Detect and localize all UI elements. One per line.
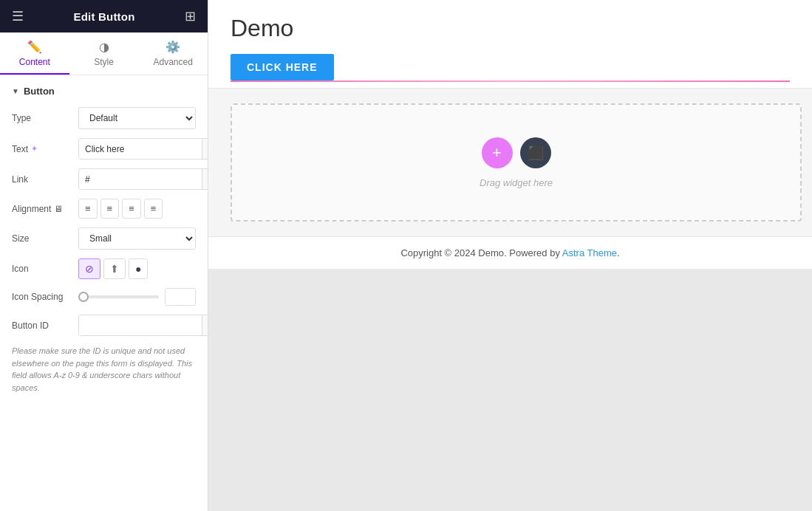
left-panel: ☰ Edit Button ⊞ ✏️ Content ◑ Style ⚙️ Ad… <box>0 0 208 511</box>
link-input[interactable] <box>79 170 202 189</box>
alignment-label: Alignment 🖥 <box>12 204 78 214</box>
align-left-button[interactable]: ≡ <box>78 199 98 219</box>
click-here-button[interactable]: CLICK HERE <box>231 54 334 80</box>
button-id-label: Button ID <box>12 320 78 331</box>
slider-thumb[interactable] <box>78 292 89 302</box>
drag-text: Drag widget here <box>480 177 553 188</box>
align-center-button[interactable]: ≡ <box>100 199 120 219</box>
icon-none-button[interactable]: ⊘ <box>78 258 100 279</box>
slider-value-input[interactable] <box>165 288 196 306</box>
text-control: ≡ <box>78 138 208 160</box>
astra-theme-link[interactable]: Astra Theme <box>562 247 617 258</box>
copyright-bar: Copyright © 2024 Demo. Powered by Astra … <box>208 236 812 269</box>
link-control: ⚙ ≡ <box>78 168 208 190</box>
icon-control: ⊘ ⬆ ● <box>78 258 196 279</box>
copyright-suffix: . <box>617 247 620 258</box>
grid-icon[interactable]: ⊞ <box>185 8 196 24</box>
link-label: Link <box>12 174 78 185</box>
copyright-text: Copyright © 2024 Demo. Powered by <box>400 247 562 258</box>
advanced-tab-label: Advanced <box>153 57 192 67</box>
align-right-button[interactable]: ≡ <box>122 199 141 219</box>
style-tab-icon: ◑ <box>99 40 109 54</box>
link-wrap: ⚙ ≡ <box>78 168 208 190</box>
pink-selection-line <box>231 80 790 82</box>
monitor-icon: 🖥 <box>54 204 63 214</box>
icon-dot-button[interactable]: ● <box>129 258 148 279</box>
type-select[interactable]: Default Info Success Warning Danger <box>78 107 196 129</box>
demo-title: Demo <box>231 15 790 42</box>
icon-spacing-label: Icon Spacing <box>12 292 78 302</box>
text-label: Text ✦ <box>12 144 78 154</box>
text-input[interactable] <box>79 140 202 159</box>
help-text: Please make sure the ID is unique and no… <box>12 345 196 394</box>
align-justify-button[interactable]: ≡ <box>144 199 163 219</box>
alignment-control: ≡ ≡ ≡ ≡ <box>78 199 196 219</box>
text-align-icon[interactable]: ≡ <box>202 139 208 159</box>
slider-row <box>78 288 196 306</box>
icon-field-row: Icon ⊘ ⬆ ● <box>12 258 196 279</box>
text-input-wrap: ≡ <box>78 138 208 160</box>
button-id-field-row: Button ID ≡ <box>12 315 196 336</box>
icon-label: Icon <box>12 264 78 274</box>
right-panel: Demo CLICK HERE ‹ + ⬛ Drag widget here C… <box>208 0 812 511</box>
text-field-row: Text ✦ ≡ <box>12 138 196 160</box>
size-label: Size <box>12 233 78 244</box>
button-section: CLICK HERE <box>231 54 790 80</box>
button-id-wrap: ≡ <box>78 315 208 336</box>
type-field-row: Type Default Info Success Warning Danger <box>12 107 196 129</box>
panel-title: Edit Button <box>73 10 134 23</box>
link-settings-icon[interactable]: ⚙ <box>202 169 208 189</box>
tabs-row: ✏️ Content ◑ Style ⚙️ Advanced <box>0 32 208 75</box>
type-control: Default Info Success Warning Danger <box>78 107 196 129</box>
dynamic-icon: ✦ <box>31 144 38 154</box>
icon-spacing-control <box>78 288 196 306</box>
widget-options-button[interactable]: ⬛ <box>520 137 551 168</box>
type-label: Type <box>12 113 78 123</box>
top-bar: ☰ Edit Button ⊞ <box>0 0 208 32</box>
icon-spacing-field-row: Icon Spacing <box>12 288 196 306</box>
tab-content[interactable]: ✏️ Content <box>0 32 69 75</box>
icon-options: ⊘ ⬆ ● <box>78 258 196 279</box>
button-id-align-icon[interactable]: ≡ <box>202 315 208 335</box>
demo-header: Demo CLICK HERE <box>208 0 812 89</box>
content-tab-icon: ✏️ <box>27 40 42 54</box>
button-id-control: ≡ <box>78 315 208 336</box>
style-tab-label: Style <box>94 57 114 67</box>
size-field-row: Size Small Medium Large <box>12 227 196 250</box>
alignment-field-row: Alignment 🖥 ≡ ≡ ≡ ≡ <box>12 199 196 219</box>
icon-upload-button[interactable]: ⬆ <box>103 258 126 279</box>
panel-body: ▼ Button Type Default Info Success Warni… <box>0 75 208 511</box>
section-header-button[interactable]: ▼ Button <box>12 86 196 97</box>
size-control: Small Medium Large <box>78 227 196 250</box>
tab-advanced[interactable]: ⚙️ Advanced <box>138 32 208 75</box>
slider-track[interactable] <box>78 295 159 298</box>
button-id-input[interactable] <box>79 316 202 335</box>
advanced-tab-icon: ⚙️ <box>166 40 180 54</box>
hamburger-icon[interactable]: ☰ <box>12 8 24 24</box>
tab-style[interactable]: ◑ Style <box>69 32 139 75</box>
section-label: Button <box>24 86 55 97</box>
alignment-options: ≡ ≡ ≡ ≡ <box>78 199 196 219</box>
bottom-gray-area <box>208 269 812 511</box>
collapse-arrow-icon: ▼ <box>12 87 19 95</box>
link-field-row: Link ⚙ ≡ <box>12 168 196 190</box>
add-widget-button[interactable]: + <box>482 137 513 168</box>
content-tab-label: Content <box>19 57 50 67</box>
size-select[interactable]: Small Medium Large <box>78 227 196 250</box>
drag-section: + ⬛ Drag widget here <box>231 103 802 222</box>
drag-add-buttons: + ⬛ <box>482 137 551 168</box>
